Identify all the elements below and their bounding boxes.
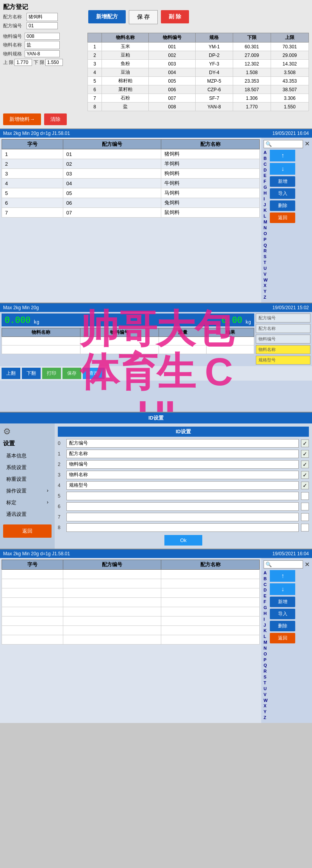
save-button[interactable]: 保 存 <box>129 10 158 24</box>
alpha-letter[interactable]: C <box>264 161 267 167</box>
search-box[interactable]: 🔍 <box>264 140 303 148</box>
new-formula-button[interactable]: 新增配方 <box>88 10 126 23</box>
id-row-input[interactable] <box>66 439 299 448</box>
alpha-letter[interactable]: N <box>264 225 267 231</box>
alpha-letter[interactable]: T <box>264 680 267 686</box>
id-row-checkbox[interactable]: ✓ <box>301 439 309 447</box>
next-button[interactable]: 下翻 <box>22 368 41 379</box>
alpha-letter[interactable]: E <box>264 593 267 599</box>
alpha-letter[interactable]: Z <box>264 294 267 300</box>
list-item[interactable] <box>2 588 260 597</box>
s5-up-button[interactable]: ↑ <box>270 570 295 582</box>
s5-close-button[interactable]: ✕ <box>305 561 310 568</box>
alpha-letter[interactable]: A <box>264 150 267 156</box>
id-row-input[interactable] <box>66 523 299 532</box>
alpha-letter[interactable]: H <box>264 611 267 616</box>
alpha-letter[interactable]: U <box>264 686 267 692</box>
list-item[interactable] <box>2 616 260 625</box>
alpha-letter[interactable]: T <box>264 260 267 266</box>
list-item[interactable]: 3 03 狗饲料 <box>2 169 260 179</box>
list-item[interactable]: 2 02 羊饲料 <box>2 159 260 169</box>
alpha-letter[interactable]: C <box>264 582 267 588</box>
id-row-checkbox[interactable]: ✓ <box>301 450 309 458</box>
alpha-letter[interactable]: K <box>264 207 267 213</box>
alpha-letter[interactable]: F <box>264 179 267 184</box>
list-item[interactable] <box>2 625 260 635</box>
alpha-letter[interactable]: V <box>264 271 267 277</box>
list-item[interactable]: 4 04 牛饲料 <box>2 179 260 188</box>
down-button[interactable]: ↓ <box>270 163 295 175</box>
clear-button[interactable]: 清除 <box>44 113 67 125</box>
list-item[interactable]: 5 05 马饲料 <box>2 188 260 198</box>
up-button[interactable]: ↑ <box>270 150 295 161</box>
alpha-letter[interactable]: X <box>264 703 267 709</box>
list-item[interactable]: 6 06 兔饲料 <box>2 198 260 208</box>
list-item[interactable] <box>2 579 260 588</box>
id-row-checkbox[interactable]: ✓ <box>301 471 309 479</box>
alpha-letter[interactable]: Y <box>264 289 267 294</box>
alpha-letter[interactable]: G <box>264 184 267 190</box>
prev-button[interactable]: 上翻 <box>2 368 20 379</box>
delete-button[interactable]: 副 除 <box>161 10 189 23</box>
alpha-letter[interactable]: F <box>264 599 267 605</box>
list-item[interactable]: 1 01 猪饲料 <box>2 149 260 159</box>
alpha-letter[interactable]: P <box>264 237 267 243</box>
settings-back-button[interactable]: 返回 <box>3 524 52 538</box>
ok-button[interactable]: Ok <box>164 535 202 546</box>
id-row-checkbox[interactable] <box>301 492 309 500</box>
print-button[interactable]: 打印 <box>42 368 61 379</box>
alpha-letter[interactable]: I <box>264 196 267 202</box>
s5-search-box[interactable]: 🔍 <box>264 560 303 569</box>
s2-delete-button[interactable]: 删除 <box>270 200 295 211</box>
id-row-input[interactable] <box>66 513 299 521</box>
menu-item-basic[interactable]: 基本信息 <box>3 450 52 461</box>
id-row-input[interactable] <box>66 460 299 469</box>
s5-search-input[interactable] <box>273 562 291 567</box>
alpha-letter[interactable]: J <box>264 202 267 208</box>
id-row-checkbox[interactable] <box>301 503 309 510</box>
id-row-checkbox[interactable] <box>301 524 309 531</box>
alpha-letter[interactable]: G <box>264 605 267 611</box>
alpha-letter[interactable]: N <box>264 645 267 651</box>
alpha-letter[interactable]: O <box>264 651 267 657</box>
search-input[interactable] <box>273 142 292 147</box>
alpha-letter[interactable]: J <box>264 622 267 628</box>
alpha-letter[interactable]: L <box>264 213 267 219</box>
id-row-input[interactable] <box>66 492 299 500</box>
id-row-checkbox[interactable]: ✓ <box>301 482 309 489</box>
alpha-letter[interactable]: Z <box>264 715 267 721</box>
id-row-input[interactable] <box>66 450 299 458</box>
id-row-input[interactable] <box>66 471 299 479</box>
alpha-letter[interactable]: S <box>264 674 267 680</box>
list-item[interactable] <box>2 597 260 607</box>
s5-back-button[interactable]: 返回 <box>270 633 295 643</box>
menu-item-system[interactable]: 系统设置 <box>3 462 52 473</box>
alpha-letter[interactable]: S <box>264 254 267 260</box>
alpha-letter[interactable]: W <box>264 277 267 283</box>
id-row-input[interactable] <box>66 502 299 511</box>
menu-item-operation[interactable]: 操作设置 <box>3 485 52 496</box>
close-button[interactable]: ✕ <box>305 140 310 147</box>
alpha-letter[interactable]: B <box>264 576 267 582</box>
alpha-letter[interactable]: A <box>264 570 267 576</box>
s5-down-button[interactable]: ↓ <box>270 583 295 595</box>
alpha-letter[interactable]: O <box>264 231 267 237</box>
alpha-letter[interactable]: K <box>264 628 267 634</box>
list-item[interactable] <box>2 607 260 616</box>
alpha-letter[interactable]: Y <box>264 709 267 715</box>
alpha-letter[interactable]: X <box>264 283 267 289</box>
alpha-letter[interactable]: Q <box>264 243 267 248</box>
alpha-letter[interactable]: U <box>264 266 267 271</box>
list-item[interactable] <box>2 569 260 579</box>
alpha-letter[interactable]: W <box>264 698 267 703</box>
s5-new-button[interactable]: 新增 <box>270 597 295 607</box>
alpha-letter[interactable]: B <box>264 156 267 161</box>
alpha-letter[interactable]: M <box>264 639 267 645</box>
s5-delete-button[interactable]: 删除 <box>270 621 295 631</box>
alpha-letter[interactable]: Q <box>264 663 267 668</box>
s5-import-button[interactable]: 导入 <box>270 609 295 619</box>
menu-item-scale[interactable]: 称重设置 <box>3 474 52 485</box>
alpha-letter[interactable]: P <box>264 657 267 663</box>
alpha-letter[interactable]: I <box>264 616 267 622</box>
alpha-letter[interactable]: D <box>264 587 267 593</box>
